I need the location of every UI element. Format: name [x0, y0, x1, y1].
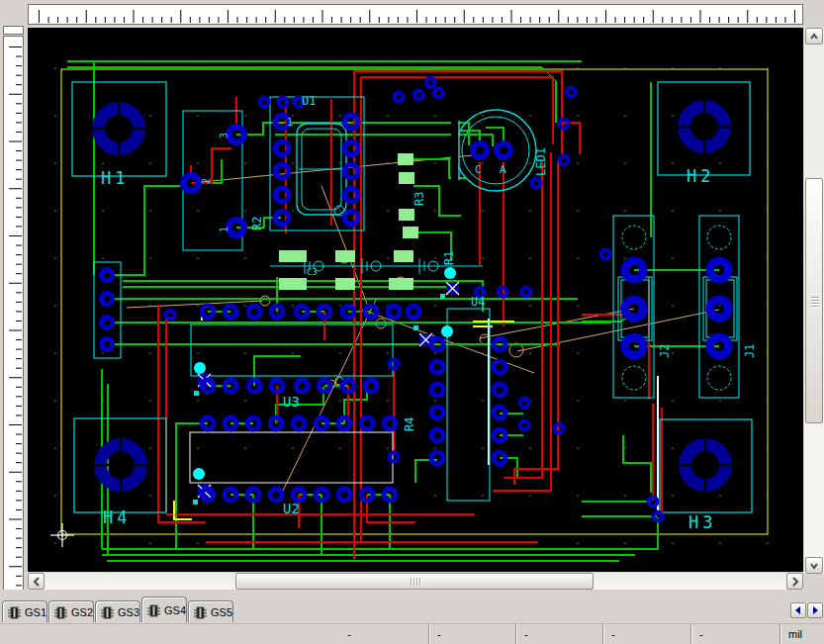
- status-panel-units: mil: [779, 624, 824, 644]
- label-led-cathode: C: [475, 163, 482, 176]
- tab-gs4[interactable]: GS4: [141, 597, 187, 622]
- scroll-left-button[interactable]: [28, 573, 45, 590]
- status-panel-1: -: [0, 624, 428, 644]
- status-panel-4: -: [602, 624, 690, 644]
- tab-scroll-right-button[interactable]: [807, 602, 823, 618]
- scroll-down-button[interactable]: [805, 557, 823, 574]
- label-r3: R3: [412, 192, 426, 206]
- label-q1-pin1: 1: [219, 227, 229, 232]
- tab-gs3[interactable]: GS3: [95, 600, 140, 622]
- label-led1: LED1: [534, 147, 548, 176]
- chevron-down-icon: [807, 559, 821, 573]
- triangle-left-icon: [791, 603, 805, 617]
- chip-icon: [193, 605, 208, 619]
- pcb-canvas[interactable]: H1 H2 H3 H4 U1 1 U3 U2 U4 C3 C A R2 R3 R…: [28, 28, 803, 572]
- tab-scroll-left-button[interactable]: [790, 602, 806, 618]
- vertical-ruler: [3, 36, 24, 596]
- chip-icon: [53, 605, 68, 619]
- label-h4: H4: [103, 507, 131, 527]
- label-j1: J1: [743, 344, 757, 358]
- tab-bar: GS1 GS2 GS3 GS4 GS5: [0, 590, 824, 623]
- label-j2: J2: [658, 344, 672, 358]
- vertical-scrollbar[interactable]: [804, 28, 824, 574]
- label-u2: U2: [283, 501, 300, 516]
- label-u1-pin1: 1: [287, 117, 293, 128]
- tab-label: GS2: [71, 606, 93, 618]
- label-c3: C3: [307, 267, 318, 277]
- label-led-anode: A: [500, 163, 506, 176]
- label-r2: R2: [250, 217, 264, 230]
- chip-icon: [7, 605, 22, 619]
- status-panel-3: -: [515, 624, 602, 644]
- tab-label: GS3: [118, 606, 139, 618]
- origin-marker: [50, 523, 74, 547]
- label-q1-pin3: 3: [219, 133, 229, 138]
- status-panel-2: -: [428, 624, 515, 644]
- chevron-left-icon: [30, 575, 44, 589]
- label-h2: H2: [687, 166, 714, 186]
- label-r4: R4: [403, 417, 416, 431]
- label-r1: R1: [442, 251, 456, 265]
- chevron-right-icon: [788, 575, 802, 589]
- label-h3: H3: [688, 512, 716, 532]
- chip-icon: [100, 605, 115, 619]
- label-u1: U1: [302, 94, 316, 108]
- tab-label: GS1: [25, 606, 46, 618]
- scroll-right-button[interactable]: [786, 573, 803, 590]
- tab-gs2[interactable]: GS2: [48, 600, 94, 622]
- tab-gs5[interactable]: GS5: [188, 600, 233, 622]
- triangle-right-icon: [808, 603, 822, 617]
- status-bar: - - - - - mil: [0, 623, 824, 644]
- horizontal-ruler-ticks: [29, 5, 802, 24]
- ruler-origin-box: [3, 26, 24, 35]
- vertical-ruler-ticks: [4, 37, 23, 595]
- label-h1: H1: [101, 168, 129, 188]
- pcb-drawing[interactable]: H1 H2 H3 H4 U1 1 U3 U2 U4 C3 C A R2 R3 R…: [28, 28, 803, 572]
- tab-label: GS5: [211, 606, 232, 618]
- label-u3: U3: [283, 394, 300, 410]
- label-u4: U4: [471, 295, 485, 309]
- label-q1-pin2: 2: [201, 178, 212, 184]
- horizontal-ruler: [28, 4, 803, 25]
- horizontal-scrollbar[interactable]: [28, 573, 803, 590]
- scroll-up-button[interactable]: [805, 28, 823, 45]
- chevron-up-icon: [807, 30, 821, 44]
- tab-label: GS4: [164, 604, 186, 616]
- tab-gs1[interactable]: GS1: [2, 600, 47, 622]
- silkscreen-outlines[interactable]: [72, 82, 752, 512]
- vertical-scroll-thumb[interactable]: [805, 178, 823, 423]
- chip-icon: [146, 603, 161, 617]
- status-panel-5: -: [690, 624, 779, 644]
- horizontal-scroll-thumb[interactable]: [235, 573, 594, 590]
